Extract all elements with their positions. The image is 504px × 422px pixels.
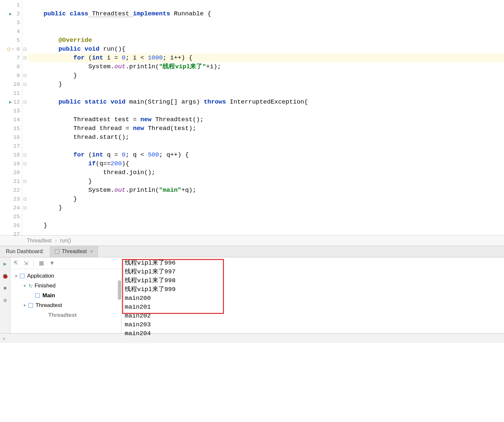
line-number[interactable]: ▶2 (0, 9, 22, 18)
line-number[interactable]: 23 (0, 195, 22, 203)
grid-icon[interactable]: ▦ (39, 260, 44, 267)
console-line: 线程vipl来了997 (125, 268, 501, 276)
line-number[interactable]: ▶12 (0, 98, 22, 106)
fold-gutter[interactable] (22, 0, 27, 235)
line-number[interactable]: 25 (0, 212, 22, 221)
line-number[interactable]: 11 (0, 89, 22, 98)
breadcrumb[interactable]: Threadtest › run() (0, 235, 504, 246)
line-number[interactable]: 18 (0, 151, 22, 159)
fold-icon[interactable] (24, 83, 26, 86)
tree-item-threadtest[interactable]: ▼ Threadtest (10, 300, 121, 310)
tree-item-threadtest-child[interactable]: Threadtest (10, 310, 121, 320)
line-number[interactable]: 22 (0, 186, 22, 195)
line-number[interactable]: 8 (0, 62, 22, 71)
run-tree: ⇱ ⇲ ▦ ▼ ▼ Application ▼ ↻ Finished Main … (10, 257, 121, 333)
application-icon (28, 303, 33, 308)
run-panel-body: ▶ 🐞 ■ ⊞ ⇱ ⇲ ▦ ▼ ▼ Application ▼ ↻ Finish… (0, 257, 504, 333)
panel-title: Run Dashboard: (0, 249, 50, 254)
collapse-all-icon[interactable]: ⇲ (24, 260, 28, 267)
tree-scrollbar[interactable] (118, 280, 121, 300)
application-icon (35, 293, 40, 298)
run-tab[interactable]: Threadtest × (50, 246, 98, 257)
application-icon (20, 274, 24, 278)
debug-icon[interactable]: 🐞 (2, 273, 8, 280)
fold-icon[interactable] (24, 198, 26, 201)
line-number[interactable]: 7 (0, 54, 22, 62)
run-gutter-icon[interactable]: ▶ (9, 11, 12, 17)
line-number[interactable]: 24 (0, 203, 22, 212)
tree-item-finished[interactable]: ▼ ↻ Finished (10, 281, 121, 291)
console-line: main201 (125, 303, 501, 312)
run-gutter-icon[interactable]: ▶ (9, 99, 12, 105)
close-tab-icon[interactable]: × (90, 249, 93, 254)
fold-icon[interactable] (24, 57, 26, 59)
expand-icon[interactable]: ▼ (14, 274, 18, 278)
filter-icon[interactable]: ▼ (49, 260, 55, 267)
line-number[interactable]: 27 (0, 230, 22, 239)
code-text-area[interactable]: public class Threadtest implements Runna… (27, 0, 504, 235)
console-line: main204 (125, 329, 501, 338)
fold-icon[interactable] (24, 180, 26, 183)
stop-icon[interactable]: ■ (4, 285, 7, 291)
line-number[interactable]: 15 (0, 124, 22, 133)
run-panel-header: Run Dashboard: Threadtest × (0, 246, 504, 257)
breadcrumb-item[interactable]: Threadtest (27, 238, 52, 244)
line-number[interactable]: 21 (0, 177, 22, 186)
breadcrumb-item[interactable]: run() (60, 238, 71, 244)
expand-all-icon[interactable]: ⇱ (14, 260, 18, 267)
tree-item-application[interactable]: ▼ Application (10, 271, 121, 281)
expand-icon[interactable]: ▼ (23, 284, 26, 288)
up-arrow-icon: ↑ (12, 47, 14, 52)
layout-icon[interactable]: ⊞ (4, 297, 7, 304)
line-number-gutter[interactable]: 1 ▶2 3 4 5 ↑6 7 8 9 10 11 ▶12 13 14 15 1… (0, 0, 22, 235)
run-icon[interactable]: ▶ (4, 261, 7, 267)
line-number[interactable]: 4 (0, 27, 22, 36)
fold-icon[interactable] (24, 206, 26, 209)
code-editor: 1 ▶2 3 4 5 ↑6 7 8 9 10 11 ▶12 13 14 15 1… (0, 0, 504, 235)
expand-icon[interactable]: ▼ (23, 303, 26, 307)
line-number[interactable]: 17 (0, 142, 22, 151)
tab-label: Threadtest (62, 249, 87, 254)
line-number[interactable]: 9 (0, 71, 22, 80)
line-number[interactable]: 13 (0, 106, 22, 115)
override-marker-icon[interactable] (7, 48, 10, 51)
tree-item-main[interactable]: Main (10, 291, 121, 300)
fold-icon[interactable] (24, 101, 26, 104)
console-line: 线程vipl来了999 (125, 285, 501, 294)
breadcrumb-separator-icon: › (55, 238, 56, 244)
fold-icon[interactable] (24, 154, 26, 156)
expand-button[interactable]: » (3, 336, 5, 341)
console-line: main203 (125, 320, 501, 329)
tree-toolbar: ⇱ ⇲ ▦ ▼ (10, 257, 121, 269)
console-line: main200 (125, 294, 501, 303)
console-line: main202 (125, 312, 501, 320)
line-number[interactable]: 5 (0, 36, 22, 45)
fold-icon[interactable] (24, 74, 26, 77)
line-number[interactable]: 3 (0, 18, 22, 27)
console-line: 线程vipl来了998 (125, 276, 501, 285)
console-output[interactable]: 线程vipl来了996 线程vipl来了997 线程vipl来了998 线程vi… (121, 257, 504, 333)
run-toolbar: ▶ 🐞 ■ ⊞ (0, 257, 10, 333)
line-number[interactable]: 26 (0, 221, 22, 230)
line-number[interactable]: 10 (0, 80, 22, 89)
line-number[interactable]: 19 (0, 159, 22, 168)
application-icon (55, 249, 59, 254)
fold-icon[interactable] (24, 48, 26, 51)
fold-icon[interactable] (24, 162, 26, 165)
line-number[interactable]: 16 (0, 133, 22, 142)
line-number[interactable]: 14 (0, 115, 22, 124)
line-number[interactable]: 20 (0, 168, 22, 177)
console-line: 线程vipl来了996 (125, 259, 501, 268)
finished-icon: ↻ (28, 283, 33, 289)
line-number[interactable]: 1 (0, 1, 22, 9)
line-number[interactable]: ↑6 (0, 45, 22, 54)
